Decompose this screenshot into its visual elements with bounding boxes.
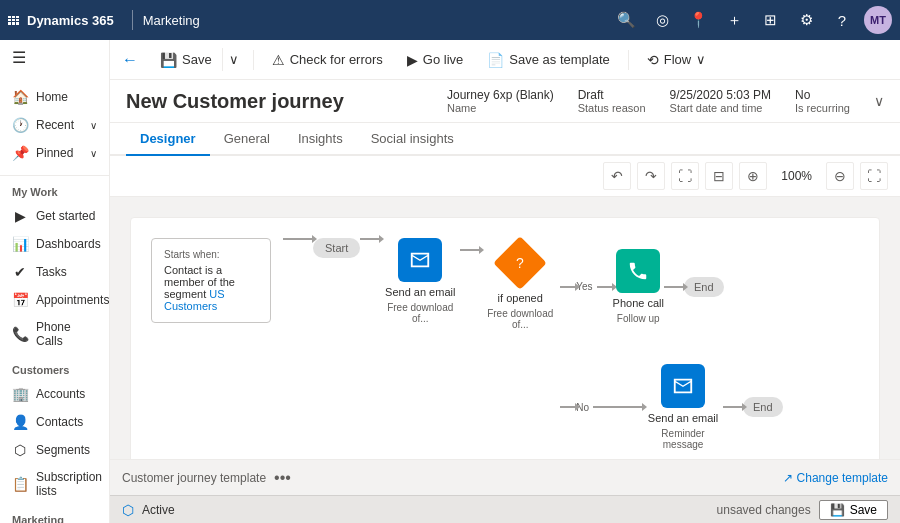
settings-icon[interactable]: ⚙ xyxy=(792,6,820,34)
sidebar-item-accounts[interactable]: 🏢 Accounts xyxy=(0,380,109,408)
sidebar-item-recent[interactable]: 🕐 Recent ∨ xyxy=(0,111,109,139)
hamburger-icon[interactable]: ☰ xyxy=(0,40,109,75)
save-as-template-button[interactable]: 📄 Save as template xyxy=(477,48,619,72)
tab-designer[interactable]: Designer xyxy=(126,123,210,156)
add-icon[interactable]: ＋ xyxy=(720,6,748,34)
page-header: New Customer journey Journey 6xp (Blank)… xyxy=(110,80,900,123)
check-errors-icon: ⚠ xyxy=(272,52,285,68)
fullscreen-button[interactable]: ⛶ xyxy=(860,162,888,190)
meta-datetime: 9/25/2020 5:03 PM Start date and time xyxy=(670,88,771,114)
crm-icon[interactable]: ◎ xyxy=(648,6,676,34)
email2-icon-box[interactable] xyxy=(661,364,705,408)
end-oval-2: End xyxy=(743,397,783,417)
arrow-line-2 xyxy=(360,238,380,240)
email-icon xyxy=(409,249,431,271)
zoom-in-button[interactable]: ⊕ xyxy=(739,162,767,190)
phone-node: Phone call Follow up xyxy=(613,249,664,324)
location-icon[interactable]: 📍 xyxy=(684,6,712,34)
zoom-out-button[interactable]: ⊖ xyxy=(826,162,854,190)
template-dots-menu[interactable]: ••• xyxy=(274,469,291,487)
meta-name-label: Name xyxy=(447,102,554,114)
phone-icon-box[interactable] xyxy=(616,249,660,293)
start-condition-box[interactable]: Starts when: Contact is a member of the … xyxy=(151,238,271,323)
condition-icon: ? xyxy=(516,255,524,271)
meta-recurring-label: Is recurring xyxy=(795,102,850,114)
yes-end-arrow xyxy=(664,286,684,288)
condition-wrapper: ? xyxy=(495,238,545,288)
sidebar: ☰ 🏠 Home 🕐 Recent ∨ 📌 Pinned ∨ My Work ▶… xyxy=(0,40,110,523)
phone-icon xyxy=(627,260,649,282)
no-arrow-line-2 xyxy=(593,406,643,408)
arrow-line-3 xyxy=(460,249,480,251)
sidebar-item-subscription-lists[interactable]: 📋 Subscription lists xyxy=(0,464,109,504)
condition-icon-box[interactable]: ? xyxy=(493,236,547,290)
grid-menu-icon[interactable] xyxy=(8,16,17,25)
sidebar-item-contacts[interactable]: 👤 Contacts xyxy=(0,408,109,436)
save-template-icon: 📄 xyxy=(487,52,504,68)
save-dropdown-button[interactable]: ∨ xyxy=(222,48,245,71)
save-icon: 💾 xyxy=(160,52,177,68)
avatar[interactable]: MT xyxy=(864,6,892,34)
swimlane-1: Starts when: Contact is a member of the … xyxy=(130,217,880,459)
help-icon[interactable]: ? xyxy=(828,6,856,34)
meta-expand-chevron-icon[interactable]: ∨ xyxy=(874,93,884,109)
search-icon[interactable]: 🔍 xyxy=(612,6,640,34)
save-button[interactable]: 💾 Save xyxy=(150,48,222,72)
email2-node: Send an email Reminder message xyxy=(643,364,723,450)
sidebar-item-pinned[interactable]: 📌 Pinned ∨ xyxy=(0,139,109,167)
sidebar-item-phone-calls[interactable]: 📞 Phone Calls xyxy=(0,314,109,354)
redo-button[interactable]: ↷ xyxy=(637,162,665,190)
meta-status-value: Draft xyxy=(578,88,646,102)
sidebar-item-get-started[interactable]: ▶ Get started xyxy=(0,202,109,230)
status-bar-icon: ⬡ xyxy=(122,502,134,518)
tab-general[interactable]: General xyxy=(210,123,284,156)
start-arrow-group xyxy=(283,238,313,240)
top-nav: Dynamics 365 Marketing 🔍 ◎ 📍 ＋ ⊞ ⚙ ? MT xyxy=(0,0,900,40)
sidebar-top-section: 🏠 Home 🕐 Recent ∨ 📌 Pinned ∨ xyxy=(0,75,109,176)
toolbar: ← 💾 Save ∨ ⚠ Check for errors ▶ Go live … xyxy=(110,40,900,80)
appointments-icon: 📅 xyxy=(12,292,28,308)
sidebar-item-dashboards[interactable]: 📊 Dashboards xyxy=(0,230,109,258)
no-branch: No Send an email Reminder message xyxy=(560,364,782,450)
fit-button[interactable]: ⛶ xyxy=(671,162,699,190)
page-title: New Customer journey xyxy=(126,90,447,113)
tabs-bar: Designer General Insights Social insight… xyxy=(110,123,900,156)
module-name: Marketing xyxy=(143,13,612,28)
flow-icon: ⟲ xyxy=(647,52,659,68)
arrow-2 xyxy=(360,238,380,240)
tab-social-insights[interactable]: Social insights xyxy=(357,123,468,156)
tab-insights[interactable]: Insights xyxy=(284,123,357,156)
change-template-icon: ↗ xyxy=(783,471,793,485)
arrow-3 xyxy=(460,249,480,251)
status-bar-right: unsaved changes 💾 Save xyxy=(717,500,888,520)
swimlane-flow: Starts when: Contact is a member of the … xyxy=(151,238,859,450)
go-live-button[interactable]: ▶ Go live xyxy=(397,48,473,72)
recent-chevron-icon: ∨ xyxy=(90,120,97,131)
change-template-button[interactable]: ↗ Change template xyxy=(783,471,888,485)
undo-button[interactable]: ↶ xyxy=(603,162,631,190)
contacts-icon: 👤 xyxy=(12,414,28,430)
bottom-bar-actions: ↗ Change template xyxy=(783,471,888,485)
filter-icon[interactable]: ⊞ xyxy=(756,6,784,34)
template-label: Customer journey template xyxy=(122,471,266,485)
pinned-chevron-icon: ∨ xyxy=(90,148,97,159)
sidebar-item-tasks[interactable]: ✔ Tasks xyxy=(0,258,109,286)
check-errors-button[interactable]: ⚠ Check for errors xyxy=(262,48,393,72)
sidebar-item-appointments[interactable]: 📅 Appointments xyxy=(0,286,109,314)
canvas-toolbar: ↶ ↷ ⛶ ⊟ ⊕ 100% ⊖ ⛶ xyxy=(110,156,900,197)
meta-recurring: No Is recurring xyxy=(795,88,850,114)
sidebar-item-home[interactable]: 🏠 Home xyxy=(0,83,109,111)
split-button[interactable]: ⊟ xyxy=(705,162,733,190)
meta-datetime-label: Start date and time xyxy=(670,102,771,114)
subscription-icon: 📋 xyxy=(12,476,28,492)
email-icon-box[interactable] xyxy=(398,238,442,282)
flow-button[interactable]: ⟲ Flow ∨ xyxy=(637,48,716,72)
sidebar-item-segments[interactable]: ⬡ Segments xyxy=(0,436,109,464)
arrow-line-1 xyxy=(283,238,313,240)
status-save-button[interactable]: 💾 Save xyxy=(819,500,888,520)
condition-node-sublabel: Free download of... xyxy=(480,308,560,330)
branch-split: Yes Phone call Follow up xyxy=(560,238,782,450)
back-button[interactable]: ← xyxy=(122,47,146,73)
toolbar-divider-1 xyxy=(253,50,254,70)
toolbar-divider-2 xyxy=(628,50,629,70)
